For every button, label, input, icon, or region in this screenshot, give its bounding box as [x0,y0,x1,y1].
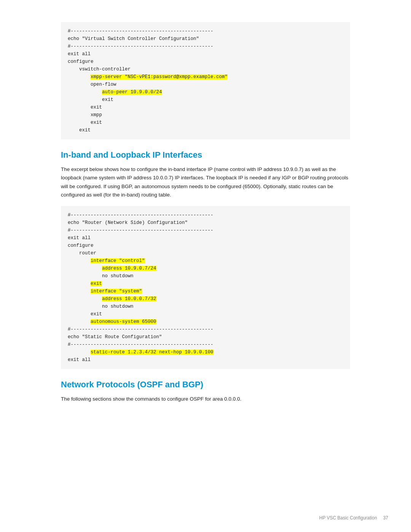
highlight-autonomous-system: autonomous-system 65000 [91,319,156,324]
highlight-interface-system: interface "system" [91,289,142,294]
section2-body: The following sections show the commands… [61,395,350,403]
section1-title: In-band and Loopback IP Interfaces [61,150,350,160]
highlight-address-control: address 10.9.0.7/24 [102,266,156,271]
code-block-router: #---------------------------------------… [61,206,350,369]
section1-body: The excerpt below shows how to configure… [61,165,350,199]
highlight-interface-control: interface "control" [91,258,145,264]
highlight-auto-peer: auto-peer 10.9.0.0/24 [102,89,162,95]
highlight-exit-control: exit [91,281,102,286]
footer: HP VSC Basic Configuration 37 [319,515,388,521]
section2-title: Network Protocols (OSPF and BGP) [61,380,350,390]
footer-text: HP VSC Basic Configuration [319,515,377,521]
code-block-vswitch: #---------------------------------------… [61,22,350,139]
highlight-static-route: static-route 1.2.3.4/32 next-hop 10.9.0.… [91,350,213,355]
highlight-address-system: address 10.0.0.7/32 [102,296,156,302]
page: #---------------------------------------… [0,0,411,532]
highlight-xmpp-server: xmpp-server "NSC-vPE1:password@xmpp.exam… [91,74,228,80]
footer-page: 37 [383,515,388,521]
